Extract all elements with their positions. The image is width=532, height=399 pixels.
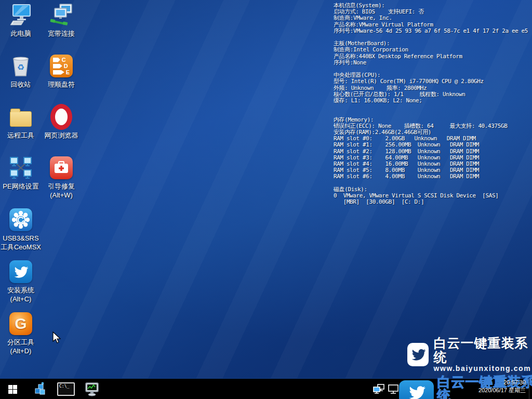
task-manager-icon	[84, 381, 100, 397]
broadband-icon	[49, 3, 73, 27]
this-pc-icon	[9, 3, 33, 27]
desktop-icon-partition-tool[interactable]: G 分区工具(Alt+D)	[0, 312, 42, 355]
show-desktop-button[interactable]	[529, 379, 532, 399]
system-info-text: 本机信息(System): 启动方式: BIOS 支持UEFI: 否 制造商:V…	[334, 3, 528, 206]
usb3-srs-tool-icon	[9, 208, 33, 232]
desktop-icon-pe-network[interactable]: PE网络设置	[0, 156, 42, 191]
desktop-watermark: 白云一键重装系统 www.baiyunxitong.com	[407, 336, 532, 373]
partition-tool-icon: G	[9, 312, 33, 336]
desktop-icon-web-browser[interactable]: 网页浏览器	[41, 105, 82, 140]
install-system-icon	[9, 260, 33, 284]
tray-network-icon[interactable]	[372, 379, 385, 399]
watermark-bird-logo-icon	[407, 343, 429, 366]
taskbar-clock[interactable]: 20:57:30 2020/06/17 星期三	[478, 379, 526, 394]
mouse-cursor	[52, 331, 63, 346]
desktop-icon-usb3-srs-tool[interactable]: USB3&SRS工具CeoMSX	[0, 208, 42, 251]
pe-network-icon	[9, 156, 33, 180]
taskbar-registry-tool-button[interactable]	[29, 379, 51, 399]
desktop-background: { "desktop": { "icons": [ {"label": "此电脑…	[0, 0, 532, 399]
svg-text:♻: ♻	[17, 62, 24, 72]
desktop-icon-install-system[interactable]: 安装系统(Alt+C)	[0, 260, 42, 303]
desktop-icon-boot-repair[interactable]: 引导修复(Alt+W)	[41, 156, 82, 200]
bird-icon	[406, 382, 427, 399]
taskbar-cmd-button[interactable]: C:\_	[55, 379, 77, 399]
desktop-icon-recycle-bin[interactable]: ♻ 回收站	[0, 54, 42, 89]
blue-cubes-icon	[33, 382, 47, 396]
recycle-bin-icon: ♻	[9, 54, 33, 78]
taskbar-bird-app-button[interactable]	[399, 380, 434, 399]
windows-logo-icon	[8, 385, 17, 394]
desktop-icon-remote-tools[interactable]: 远程工具	[0, 105, 42, 140]
watermark-url: www.baiyunxitong.com	[433, 364, 532, 373]
drive-letters-icon: C D E	[49, 54, 73, 78]
web-browser-icon	[49, 105, 73, 129]
command-prompt-icon: C:\_	[57, 382, 75, 396]
watermark-title: 白云一键重装系统	[433, 336, 532, 364]
desktop-icon-broadband[interactable]: 宽带连接	[41, 3, 82, 38]
desktop-icon-this-pc[interactable]: 此电脑	[0, 3, 42, 38]
desktop-icon-drive-letters[interactable]: C D E 理顺盘符	[41, 54, 82, 89]
tray-display-icon[interactable]	[387, 379, 400, 399]
clock-time: 20:57:30	[478, 379, 526, 387]
clock-date: 2020/06/17 星期三	[478, 387, 526, 394]
taskbar-task-manager-button[interactable]	[81, 379, 103, 399]
start-button[interactable]	[1, 379, 24, 399]
remote-tools-folder-icon	[9, 105, 33, 129]
boot-repair-icon	[49, 156, 73, 180]
